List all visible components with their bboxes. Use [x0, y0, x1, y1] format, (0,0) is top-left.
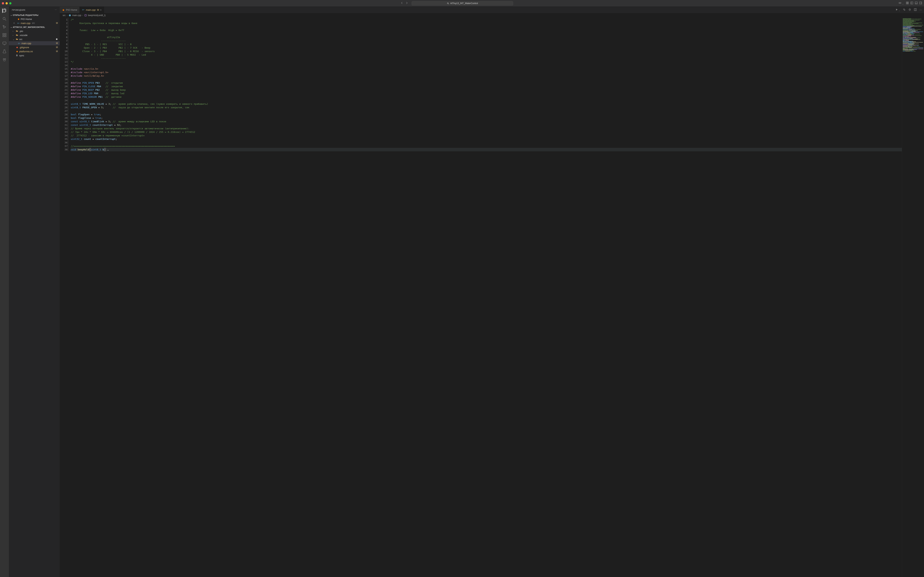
code-line-18[interactable]	[71, 77, 902, 81]
close-window-button[interactable]	[2, 2, 4, 5]
code-line-8[interactable]: PB5 - 1 - | RES VCC | - 8	[71, 42, 902, 46]
svg-text:C+: C+	[18, 42, 20, 44]
code-line-4[interactable]: fuses: Low = 0x6a High = 0xff	[71, 29, 902, 32]
toggle-panel-icon[interactable]	[915, 2, 918, 5]
svg-rect-13	[5, 34, 6, 35]
svg-point-2	[900, 2, 901, 3]
code-line-11[interactable]: 4 - | GND PB0 | - 5 MOSI - Led	[71, 53, 902, 56]
code-line-24[interactable]	[71, 99, 902, 102]
nav-back-button[interactable]	[400, 2, 403, 5]
nav-arrows	[400, 2, 408, 5]
folder-item[interactable]: ›.vscode	[9, 33, 60, 37]
platformio-activity-icon[interactable]	[2, 57, 6, 62]
code-line-29[interactable]: bool flagClose = true;	[71, 116, 902, 120]
code-line-6[interactable]: atTiny13a	[71, 35, 902, 39]
editor-tab[interactable]: C+main.cppM×	[80, 6, 104, 13]
run-dropdown-button[interactable]: ⌄	[895, 8, 900, 12]
compare-icon[interactable]	[903, 8, 906, 12]
close-icon[interactable]: ×	[13, 22, 16, 24]
code-line-2[interactable]: Контроль протечки и перелива воды в баке	[71, 21, 902, 25]
open-editors-section[interactable]: ⌄ ОТКРЫТЫЕ РЕДАКТОРЫ	[9, 13, 60, 17]
explorer-activity-icon[interactable]	[2, 8, 6, 13]
code-line-23[interactable]: #define PIN_SENSOR PB1 // датчики	[71, 95, 902, 99]
nav-forward-button[interactable]	[405, 2, 408, 5]
code-line-31[interactable]: const uint32_t countInterrupt = 92;	[71, 123, 902, 127]
svg-point-23	[69, 15, 71, 16]
code-line-7[interactable]: -----------------	[71, 39, 902, 42]
project-section[interactable]: ⌄ ATTINY13_INT_WATERCONTROL	[9, 25, 60, 29]
svg-rect-3	[906, 2, 907, 3]
search-activity-icon[interactable]	[2, 17, 6, 21]
sidebar-more-icon[interactable]: ⋯	[55, 9, 57, 11]
code-line-13[interactable]: */	[71, 60, 902, 64]
code-line-22[interactable]: #define PIN_LED PB0 // выход led	[71, 92, 902, 95]
code-line-26[interactable]: uint8_t PAUSE_OPEN = 5; // пауза до откр…	[71, 106, 902, 109]
svg-rect-8	[915, 2, 918, 4]
code-line-38[interactable]: ›void beepHold(uint8_t b) …	[71, 148, 902, 152]
tabs-bar: ◆PIO HomeC+main.cppM× ⌄ ⋯	[60, 6, 924, 13]
breadcrumb-item[interactable]: main.cpp	[72, 14, 81, 17]
file-item[interactable]: ◆.gitignoreM	[9, 45, 60, 49]
testing-activity-icon[interactable]	[2, 49, 6, 53]
maximize-window-button[interactable]	[9, 2, 11, 5]
code-line-34[interactable]: // 2774312 - заносим в переменную =count…	[71, 134, 902, 137]
code-line-35[interactable]: uint32_t count = countInterrupt;	[71, 137, 902, 141]
code-line-25[interactable]: uint8_t TIME_WORK_VALVE = 3; // время ра…	[71, 102, 902, 106]
breadcrumbs[interactable]: src › main.cpp › beepHold(uint8_t)	[60, 13, 924, 18]
layout-grid-icon[interactable]	[906, 2, 909, 5]
code-editor[interactable]: 1234567891011121314151617181920212223242…	[60, 18, 924, 577]
code-line-5[interactable]	[71, 32, 902, 35]
code-line-14[interactable]	[71, 64, 902, 67]
code-line-12[interactable]: -----------------	[71, 56, 902, 60]
breadcrumb-item[interactable]: src	[63, 14, 66, 17]
editor-tab[interactable]: ◆PIO Home	[60, 6, 80, 13]
split-editor-icon[interactable]	[914, 8, 917, 12]
code-line-15[interactable]: #include <avr/io.h>	[71, 67, 902, 71]
code-content[interactable]: /* Контроль протечки и перелива воды в б…	[71, 18, 902, 577]
code-line-27[interactable]	[71, 109, 902, 113]
command-center[interactable]: AtTiny13_INT_WaterControl	[411, 1, 513, 6]
explorer-sidebar: ПРОВОДНИК ⋯ ⌄ ОТКРЫТЫЕ РЕДАКТОРЫ ◆PIO Ho…	[9, 6, 60, 577]
debug-activity-icon[interactable]	[2, 25, 6, 29]
file-item[interactable]: 🗎sync	[9, 53, 60, 58]
code-line-17[interactable]: #include <util/delay.h>	[71, 74, 902, 77]
cpp-file-icon	[69, 14, 71, 17]
minimap[interactable]	[902, 18, 924, 577]
code-line-10[interactable]: Close - 3 - | PB4 PB1 | - 6 MISO - senso…	[71, 50, 902, 53]
editor-more-icon[interactable]: ⋯	[919, 8, 922, 11]
code-line-37[interactable]: //======================================…	[71, 144, 902, 148]
close-tab-icon[interactable]: ×	[100, 8, 102, 11]
toggle-right-sidebar-icon[interactable]	[919, 2, 922, 5]
code-line-21[interactable]: #define PIN_BEEP PB2 // выход beep	[71, 88, 902, 92]
folder-item[interactable]: ›.pio	[9, 29, 60, 33]
tab-label: main.cpp	[86, 8, 96, 11]
copilot-icon[interactable]: ⌄	[898, 2, 904, 5]
code-line-33[interactable]: // 7дн * 24ч * 60м * 60с = 604800сек / (…	[71, 130, 902, 134]
folder-item[interactable]: ⌄src	[9, 37, 60, 41]
code-line-1[interactable]: /*	[71, 18, 902, 21]
file-path-dim: src	[32, 22, 35, 24]
chevron-down-icon: ⌄	[10, 26, 12, 28]
code-line-3[interactable]	[71, 25, 902, 29]
remote-activity-icon[interactable]	[2, 41, 6, 45]
extensions-activity-icon[interactable]	[2, 33, 6, 37]
folder-icon	[16, 38, 18, 41]
plug-icon[interactable]	[908, 8, 911, 12]
code-line-20[interactable]: #define PIN_CLOSE PB4 // закрытие	[71, 85, 902, 88]
file-item[interactable]: ◆platformio.iniM	[9, 49, 60, 53]
breadcrumb-item[interactable]: beepHold(uint8_t)	[88, 14, 105, 17]
code-line-9[interactable]: Open - 2 - | PB3 PB2 | - 7 SCK - Beep	[71, 46, 902, 50]
code-line-30[interactable]: const uint8_t timeBlink = 5; // время ме…	[71, 120, 902, 123]
chevron-icon: ⌄	[13, 38, 15, 41]
code-line-16[interactable]: #include <avr/interrupt.h>	[71, 71, 902, 74]
open-editor-item[interactable]: ×C+main.cppsrcM	[9, 21, 60, 25]
code-line-19[interactable]: #define PIN_OPEN PB3 // открытие	[71, 81, 902, 85]
code-line-36[interactable]	[71, 141, 902, 144]
file-item[interactable]: C+main.cppM	[9, 41, 60, 45]
toggle-sidebar-icon[interactable]	[910, 2, 913, 5]
open-editor-item[interactable]: ◆PIO Home	[9, 17, 60, 21]
code-line-28[interactable]: bool flagOpen = true;	[71, 113, 902, 116]
code-line-32[interactable]: // Время через которое вентиль закроется…	[71, 127, 902, 130]
modified-badge: M	[56, 46, 58, 48]
minimize-window-button[interactable]	[6, 2, 8, 5]
